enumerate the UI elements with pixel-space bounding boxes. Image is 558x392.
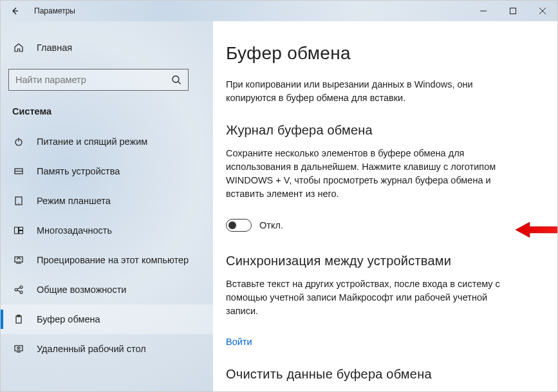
- nav-item-projection[interactable]: Проецирование на этот компьютер: [1, 245, 213, 275]
- clear-desc: Очистите все (за исключением закрепленны…: [226, 391, 509, 391]
- svg-rect-15: [19, 231, 23, 234]
- clipboard-icon: [12, 314, 25, 324]
- content-area: Буфер обмена При копировании или вырезан…: [213, 21, 557, 391]
- close-button[interactable]: [528, 1, 557, 21]
- toggle-state-label: Откл.: [259, 220, 283, 230]
- nav-label: Режим планшета: [37, 196, 111, 206]
- svg-rect-2: [510, 8, 516, 14]
- svg-point-5: [172, 76, 179, 82]
- history-heading: Журнал буфера обмена: [226, 123, 509, 138]
- svg-line-21: [17, 288, 20, 289]
- home-label: Главная: [37, 42, 72, 53]
- search-icon: [171, 75, 181, 85]
- svg-marker-27: [516, 222, 557, 238]
- tablet-icon: [12, 196, 25, 206]
- nav-item-storage[interactable]: Память устройства: [1, 156, 213, 186]
- search-box[interactable]: [8, 69, 189, 91]
- svg-point-18: [15, 288, 17, 291]
- multitask-icon: [12, 225, 25, 236]
- svg-rect-13: [15, 227, 19, 234]
- page-title: Буфер обмена: [226, 43, 509, 64]
- back-button[interactable]: [1, 1, 29, 21]
- sync-desc: Вставьте текст на других устройствах, по…: [226, 277, 509, 318]
- sync-heading: Синхронизация между устройствами: [226, 254, 509, 268]
- annotation-arrow-icon: [516, 220, 557, 239]
- search-input[interactable]: [15, 75, 171, 85]
- svg-point-12: [18, 203, 19, 203]
- back-arrow-icon: [10, 6, 20, 16]
- power-icon: [12, 136, 25, 147]
- nav-item-shared[interactable]: Общие возможности: [1, 275, 213, 304]
- remote-icon: [12, 344, 25, 354]
- svg-point-19: [20, 286, 23, 288]
- nav-item-power[interactable]: Питание и спящий режим: [1, 127, 213, 156]
- signin-link[interactable]: Войти: [226, 337, 252, 347]
- svg-rect-14: [19, 227, 23, 230]
- home-icon: [12, 42, 25, 53]
- history-desc: Сохраните несколько элементов в буфере о…: [226, 147, 509, 201]
- svg-line-22: [17, 290, 20, 292]
- close-icon: [539, 8, 546, 14]
- nav-label: Проецирование на этот компьютер: [37, 255, 189, 265]
- svg-rect-23: [16, 316, 21, 323]
- shared-icon: [12, 285, 25, 295]
- nav-label: Многозадачность: [37, 225, 112, 236]
- maximize-button[interactable]: [498, 1, 528, 21]
- titlebar: Параметры: [1, 1, 557, 21]
- window-title: Параметры: [34, 6, 75, 15]
- sidebar: Главная Система Питание и спящий режим: [1, 21, 213, 391]
- intro-text: При копировании или вырезании данных в W…: [226, 78, 509, 105]
- nav-label: Общие возможности: [37, 285, 126, 295]
- minimize-button[interactable]: [469, 1, 498, 21]
- svg-point-20: [20, 291, 23, 294]
- nav-label: Буфер обмена: [37, 314, 100, 324]
- home-nav[interactable]: Главная: [1, 34, 213, 61]
- nav-item-clipboard[interactable]: Буфер обмена: [1, 304, 213, 334]
- nav-item-remote[interactable]: Удаленный рабочий стол: [1, 334, 213, 364]
- nav-label: Питание и спящий режим: [37, 136, 147, 147]
- toggle-knob: [228, 221, 236, 229]
- section-label: Система: [1, 102, 213, 127]
- maximize-icon: [510, 8, 516, 14]
- projection-icon: [12, 255, 25, 265]
- nav-list: Питание и спящий режим Память устройства…: [1, 127, 213, 364]
- history-toggle[interactable]: [226, 219, 252, 232]
- storage-icon: [12, 166, 25, 176]
- minimize-icon: [480, 8, 487, 14]
- nav-label: Удаленный рабочий стол: [37, 344, 146, 354]
- svg-line-6: [178, 82, 181, 84]
- clear-heading: Очистить данные буфера обмена: [226, 367, 509, 382]
- nav-item-multitask[interactable]: Многозадачность: [1, 216, 213, 245]
- nav-item-tablet[interactable]: Режим планшета: [1, 186, 213, 216]
- nav-label: Память устройства: [37, 166, 120, 176]
